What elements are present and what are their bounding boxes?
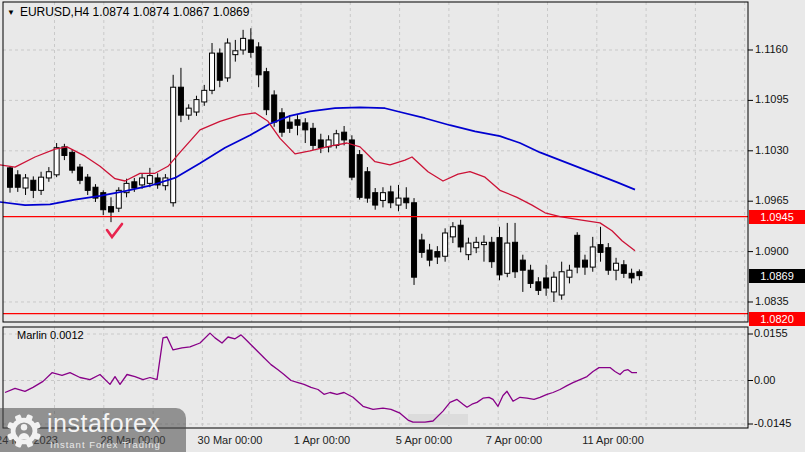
candle-body xyxy=(443,233,448,256)
chart-title-text: EURUSD,H4 1.0874 1.0874 1.0867 1.0869 xyxy=(20,6,250,18)
candle-body xyxy=(520,260,525,270)
candle-body xyxy=(614,263,619,270)
date-axis-label: 30 Mar 00:00 xyxy=(198,435,263,446)
candle-body xyxy=(466,243,471,255)
candle-body xyxy=(513,242,518,271)
candle-body xyxy=(637,272,642,276)
candle-body xyxy=(474,242,479,247)
indicator-axis-label: 0.00 xyxy=(754,375,775,386)
candle-body xyxy=(8,168,13,187)
candle-body xyxy=(194,100,199,112)
candle-body xyxy=(598,245,603,253)
candle-body xyxy=(606,248,611,270)
candle-body xyxy=(497,238,502,275)
instaforex-gear-logo-icon xyxy=(5,412,43,450)
candle-body xyxy=(311,128,316,145)
watermark-brand-text: instaforex xyxy=(47,409,160,438)
candle-body xyxy=(295,120,300,125)
candle-body xyxy=(551,277,556,292)
candle-body xyxy=(427,250,432,260)
price-axis-label: 1.0900 xyxy=(755,246,789,257)
candle-body xyxy=(365,172,370,198)
candle-body xyxy=(458,225,463,247)
candle-body xyxy=(582,260,587,267)
ma-fast-red-line xyxy=(0,113,635,251)
price-badge-support: 1.0820 xyxy=(749,312,805,326)
price-badge-current: 1.0869 xyxy=(749,269,805,283)
chart-canvas[interactable] xyxy=(0,0,805,452)
price-axis-label: 1.0835 xyxy=(755,296,789,307)
candle-body xyxy=(256,47,261,75)
candle-body xyxy=(388,192,393,203)
candle-body xyxy=(70,152,75,170)
candle-body xyxy=(279,113,284,132)
chart-window: ▼ EURUSD,H4 1.0874 1.0874 1.0867 1.0869 … xyxy=(0,0,805,452)
candle-body xyxy=(186,108,191,115)
candle-body xyxy=(342,132,347,140)
candle-body xyxy=(147,176,152,184)
candle-body xyxy=(171,87,176,203)
candle-body xyxy=(575,235,580,267)
candle-body xyxy=(248,40,253,52)
candle-body xyxy=(435,252,440,257)
checkmark-annotation xyxy=(107,224,122,237)
collapse-triangle-icon: ▼ xyxy=(7,9,15,17)
indicator-name-label: Marlin 0.0012 xyxy=(17,330,84,341)
candle-body xyxy=(544,278,549,288)
candle-body xyxy=(334,134,339,146)
candle-body xyxy=(39,177,44,190)
candle-body xyxy=(404,198,409,203)
chart-title: ▼ EURUSD,H4 1.0874 1.0874 1.0867 1.0869 xyxy=(7,6,249,18)
candle-body xyxy=(412,203,417,277)
candle-body xyxy=(629,273,634,278)
candle-body xyxy=(380,193,385,201)
candle-body xyxy=(528,270,533,283)
candle-body xyxy=(489,242,494,261)
date-axis-label: 7 Apr 00:00 xyxy=(486,435,542,446)
candle-body xyxy=(210,53,215,90)
candle-body xyxy=(85,177,90,190)
date-axis-label: 1 Apr 00:00 xyxy=(294,435,350,446)
candle-body xyxy=(46,172,51,178)
price-badge-resistance: 1.0945 xyxy=(749,210,805,224)
candle-body xyxy=(272,95,277,122)
candle-body xyxy=(241,38,246,50)
candle-body xyxy=(536,282,541,291)
candle-body xyxy=(77,167,82,180)
date-axis-label: 5 Apr 00:00 xyxy=(396,435,452,446)
candle-body xyxy=(505,243,510,273)
candle-body xyxy=(419,240,424,252)
instaforex-watermark: instaforex Instant Forex Trading xyxy=(0,408,186,452)
candle-body xyxy=(396,198,401,205)
candle-body xyxy=(178,87,183,115)
candle-body xyxy=(559,272,564,295)
candle-body xyxy=(15,175,20,187)
candle-body xyxy=(140,178,145,185)
candle-body xyxy=(202,90,207,102)
candle-body xyxy=(132,182,137,188)
price-axis-label: 1.1095 xyxy=(755,94,789,105)
price-axis-label: 1.1160 xyxy=(755,44,788,55)
candle-body xyxy=(621,265,626,274)
candle-body xyxy=(590,247,595,267)
candle-body xyxy=(373,193,378,205)
candle-body xyxy=(31,180,36,190)
candle-body xyxy=(318,140,323,148)
candle-body xyxy=(287,122,292,128)
date-axis-label: 11 Apr 00:00 xyxy=(582,435,644,446)
indicator-axis-label: 0.0155 xyxy=(754,328,788,339)
candle-body xyxy=(54,148,59,175)
candle-body xyxy=(23,178,28,188)
candle-body xyxy=(264,72,269,110)
price-axis-label: 1.0965 xyxy=(755,195,789,206)
indicator-axis-label: -0.0145 xyxy=(754,418,791,429)
candle-body xyxy=(450,227,455,237)
price-axis-label: 1.1030 xyxy=(755,145,789,156)
candle-body xyxy=(217,53,222,80)
candle-body xyxy=(357,155,362,198)
watermark-tagline-text: Instant Forex Trading xyxy=(50,439,161,450)
candle-body xyxy=(109,207,114,212)
candle-body xyxy=(303,123,308,130)
candle-body xyxy=(481,242,486,244)
candle-body xyxy=(233,51,238,55)
